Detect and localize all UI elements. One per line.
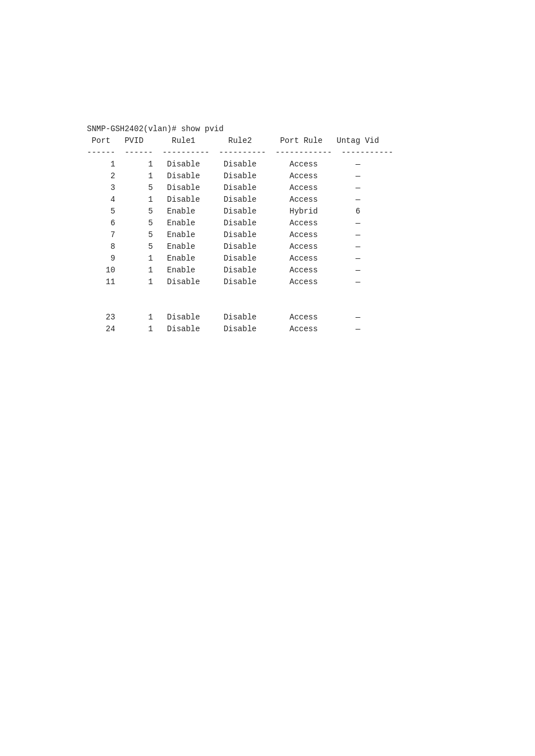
data-row-9: 9 1 Enable Disable Access — [87, 254, 360, 263]
data-row-5: 5 5 Enable Disable Hybrid 6 [87, 207, 360, 216]
table-header-row: Port PVID Rule1 Rule2 Port Rule Untag Vi… [87, 136, 379, 145]
data-row-1: 1 1 Disable Disable Access — [87, 160, 360, 169]
data-row-24: 24 1 Disable Disable Access — [87, 324, 360, 333]
data-row-6: 6 5 Enable Disable Access — [87, 219, 360, 228]
data-row-23: 23 1 Disable Disable Access — [87, 313, 360, 322]
data-row-2: 2 1 Disable Disable Access — [87, 171, 360, 180]
data-row-8: 8 5 Enable Disable Access — [87, 242, 360, 251]
data-row-3: 3 5 Disable Disable Access — [87, 183, 360, 192]
separator-line: ------ ------ ---------- ---------- ----… [87, 148, 393, 157]
data-row-11: 11 1 Disable Disable Access — [87, 277, 360, 286]
data-row-4: 4 1 Disable Disable Access — [87, 195, 360, 204]
terminal-container: SNMP-GSH2402(vlan)# show pvid Port PVID … [0, 0, 535, 335]
command-line: SNMP-GSH2402(vlan)# show pvid [87, 124, 224, 133]
data-row-10: 10 1 Enable Disable Access — [87, 266, 360, 275]
terminal-output: SNMP-GSH2402(vlan)# show pvid Port PVID … [87, 123, 535, 335]
data-row-7: 7 5 Enable Disable Access — [87, 230, 360, 239]
